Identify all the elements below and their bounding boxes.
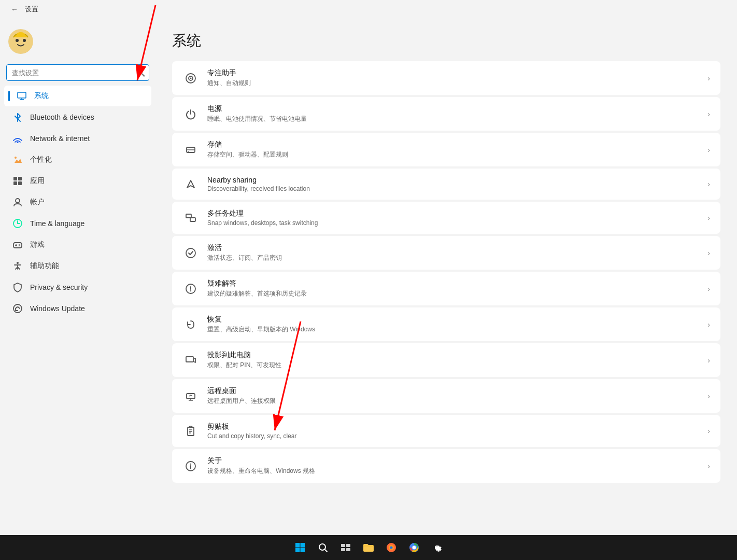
- svg-point-26: [19, 245, 20, 246]
- sidebar-item-accessibility[interactable]: 辅助功能: [4, 256, 151, 276]
- svg-rect-41: [186, 357, 193, 362]
- settings-item-subtitle-remote: 远程桌面用户、连接权限: [207, 397, 703, 405]
- troubleshoot-settings-icon: [182, 281, 199, 297]
- chevron-right-icon: ›: [707, 214, 710, 222]
- svg-rect-53: [301, 543, 305, 548]
- settings-item-storage[interactable]: 存储 存储空间、驱动器、配置规则 ›: [172, 133, 720, 166]
- settings-item-troubleshoot[interactable]: 疑难解答 建议的疑难解答、首选项和历史记录 ›: [172, 272, 720, 305]
- settings-item-subtitle-recovery: 重置、高级启动、早期版本的 Windows: [207, 325, 703, 334]
- sidebar-item-label: 辅助功能: [30, 261, 59, 271]
- sidebar-item-update[interactable]: Windows Update: [4, 298, 151, 319]
- sidebar-item-personalization[interactable]: 个性化: [4, 149, 151, 170]
- search-input[interactable]: [6, 64, 149, 81]
- chevron-right-icon: ›: [707, 74, 710, 82]
- sidebar-item-time[interactable]: Time & language: [4, 213, 151, 234]
- svg-rect-55: [301, 548, 305, 553]
- settings-item-text-nearby: Nearby sharing Discoverability, received…: [207, 176, 703, 192]
- sidebar-item-apps[interactable]: 应用: [4, 171, 151, 191]
- settings-item-title-recovery: 恢复: [207, 315, 703, 324]
- privacy-icon: [12, 282, 23, 292]
- svg-line-57: [325, 550, 328, 552]
- settings-item-recovery[interactable]: 恢复 重置、高级启动、早期版本的 Windows ›: [172, 307, 720, 341]
- sidebar-item-label: Privacy & security: [30, 283, 88, 291]
- taskbar-search[interactable]: [314, 538, 332, 557]
- settings-item-about[interactable]: 关于 设备规格、重命名电脑、Windows 规格 ›: [172, 449, 720, 483]
- settings-item-subtitle-power: 睡眠、电池使用情况、节省电池电量: [207, 115, 703, 123]
- svg-rect-60: [341, 548, 345, 551]
- settings-item-title-about: 关于: [207, 456, 703, 466]
- activation-settings-icon: [182, 245, 199, 261]
- svg-rect-58: [341, 544, 345, 547]
- settings-item-multitask[interactable]: 多任务处理 Snap windows, desktops, task switc…: [172, 202, 720, 234]
- settings-item-subtitle-storage: 存储空间、驱动器、配置规则: [207, 150, 703, 159]
- taskbar-taskview[interactable]: [336, 538, 355, 557]
- chevron-right-icon: ›: [707, 285, 710, 293]
- settings-item-text-activation: 激活 激活状态、订阅、产品密钥: [207, 243, 703, 262]
- settings-item-nearby[interactable]: Nearby sharing Discoverability, received…: [172, 169, 720, 200]
- window-title: 设置: [25, 5, 38, 14]
- svg-rect-8: [18, 92, 26, 98]
- sidebar-search: 🔍: [6, 64, 149, 81]
- settings-item-title-activation: 激活: [207, 243, 703, 253]
- settings-item-text-power: 电源 睡眠、电池使用情况、节省电池电量: [207, 104, 703, 123]
- sidebar-item-system[interactable]: 系统: [4, 86, 151, 106]
- settings-item-clipboard[interactable]: 剪贴板 Cut and copy history, sync, clear ›: [172, 415, 720, 447]
- sidebar-item-bluetooth[interactable]: Bluetooth & devices: [4, 107, 151, 128]
- avatar[interactable]: [8, 29, 33, 54]
- svg-point-17: [16, 199, 20, 203]
- taskbar-folder[interactable]: [359, 538, 378, 557]
- title-bar: ← 设置: [0, 0, 737, 19]
- svg-point-51: [190, 463, 191, 464]
- svg-rect-61: [346, 548, 350, 551]
- main-content: 系统 专注助手 通知、自动规则 › 电源 睡眠、电池使用情况、节省电池电量 › …: [155, 19, 737, 535]
- focus-settings-icon: [182, 70, 199, 87]
- chevron-right-icon: ›: [707, 356, 710, 365]
- settings-item-remote[interactable]: 远程桌面 远程桌面用户、连接权限 ›: [172, 379, 720, 413]
- sidebar-item-network[interactable]: Network & internet: [4, 128, 151, 149]
- time-icon: [12, 218, 23, 229]
- sidebar-nav: 系统 Bluetooth & devices Network & interne…: [0, 85, 155, 319]
- settings-item-power[interactable]: 电源 睡眠、电池使用情况、节省电池电量 ›: [172, 97, 720, 131]
- settings-item-text-clipboard: 剪贴板 Cut and copy history, sync, clear: [207, 422, 703, 440]
- settings-item-activation[interactable]: 激活 激活状态、订阅、产品密钥 ›: [172, 236, 720, 270]
- sidebar-item-label: 个性化: [30, 155, 52, 164]
- update-icon: [12, 303, 23, 314]
- taskbar-browser1[interactable]: [382, 538, 401, 557]
- taskbar-browser2[interactable]: [405, 538, 423, 557]
- svg-rect-42: [187, 394, 195, 399]
- settings-item-subtitle-focus: 通知、自动规则: [207, 79, 703, 88]
- active-indicator: [8, 91, 10, 101]
- taskbar-windows[interactable]: [291, 538, 309, 557]
- sidebar-item-gaming[interactable]: 游戏: [4, 234, 151, 255]
- svg-point-28: [13, 304, 22, 313]
- settings-item-title-focus: 专注助手: [207, 68, 703, 78]
- chevron-right-icon: ›: [707, 427, 710, 435]
- settings-item-text-multitask: 多任务处理 Snap windows, desktops, task switc…: [207, 209, 703, 227]
- clipboard-settings-icon: [182, 423, 199, 439]
- sidebar: 🔍 系统 Bluetooth & devices Network & inter…: [0, 19, 155, 535]
- chevron-right-icon: ›: [707, 110, 710, 118]
- settings-item-focus[interactable]: 专注助手 通知、自动规则 ›: [172, 61, 720, 95]
- settings-item-text-remote: 远程桌面 远程桌面用户、连接权限: [207, 386, 703, 405]
- svg-point-34: [188, 151, 189, 152]
- sidebar-user: [0, 23, 155, 64]
- svg-rect-59: [346, 544, 350, 547]
- settings-item-subtitle-clipboard: Cut and copy history, sync, clear: [207, 432, 703, 440]
- sidebar-item-accounts[interactable]: 帐户: [4, 192, 151, 213]
- sidebar-item-privacy[interactable]: Privacy & security: [4, 277, 151, 298]
- multitask-settings-icon: [182, 209, 199, 226]
- back-button[interactable]: ←: [8, 3, 21, 16]
- chevron-right-icon: ›: [707, 462, 710, 470]
- settings-item-subtitle-project: 权限、配对 PIN、可发现性: [207, 361, 703, 370]
- svg-point-27: [17, 262, 19, 264]
- accessibility-icon: [12, 261, 23, 271]
- settings-item-subtitle-troubleshoot: 建议的疑难解答、首选项和历史记录: [207, 289, 703, 298]
- svg-rect-21: [13, 243, 22, 248]
- settings-item-title-storage: 存储: [207, 140, 703, 149]
- settings-item-title-multitask: 多任务处理: [207, 209, 703, 218]
- svg-rect-15: [13, 181, 17, 185]
- taskbar-settings[interactable]: [428, 538, 446, 557]
- chevron-right-icon: ›: [707, 180, 710, 188]
- chevron-right-icon: ›: [707, 320, 710, 329]
- settings-item-project[interactable]: 投影到此电脑 权限、配对 PIN、可发现性 ›: [172, 343, 720, 377]
